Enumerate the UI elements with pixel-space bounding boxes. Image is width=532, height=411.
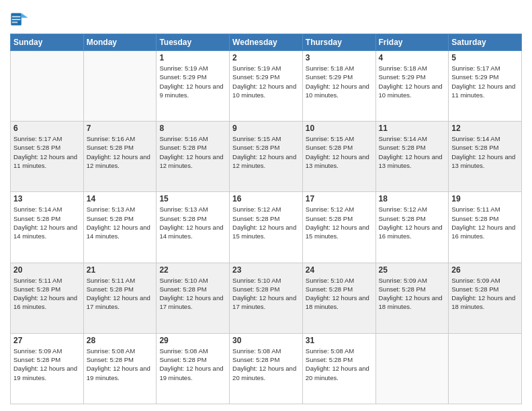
calendar-cell: 21Sunrise: 5:11 AM Sunset: 5:28 PM Dayli… bbox=[83, 263, 157, 333]
day-info: Sunrise: 5:13 AM Sunset: 5:28 PM Dayligh… bbox=[159, 205, 226, 240]
calendar-cell bbox=[11, 51, 84, 122]
day-info: Sunrise: 5:09 AM Sunset: 5:28 PM Dayligh… bbox=[13, 347, 81, 382]
day-info: Sunrise: 5:15 AM Sunset: 5:28 PM Dayligh… bbox=[306, 134, 373, 170]
calendar-cell: 6Sunrise: 5:17 AM Sunset: 5:28 PM Daylig… bbox=[11, 122, 84, 192]
calendar-cell: 28Sunrise: 5:08 AM Sunset: 5:28 PM Dayli… bbox=[83, 333, 157, 404]
calendar-cell bbox=[83, 51, 157, 122]
calendar-cell bbox=[375, 333, 449, 404]
day-info: Sunrise: 5:08 AM Sunset: 5:28 PM Dayligh… bbox=[232, 347, 300, 382]
day-number: 11 bbox=[379, 124, 446, 133]
day-info: Sunrise: 5:08 AM Sunset: 5:28 PM Dayligh… bbox=[87, 347, 154, 382]
svg-rect-4 bbox=[12, 21, 17, 23]
calendar-cell: 31Sunrise: 5:08 AM Sunset: 5:28 PM Dayli… bbox=[302, 333, 375, 404]
weekday-header: Tuesday bbox=[157, 34, 230, 51]
calendar-cell: 9Sunrise: 5:15 AM Sunset: 5:28 PM Daylig… bbox=[230, 122, 303, 192]
svg-marker-1 bbox=[21, 13, 28, 18]
weekday-header: Thursday bbox=[302, 34, 375, 51]
calendar-cell: 18Sunrise: 5:12 AM Sunset: 5:28 PM Dayli… bbox=[375, 192, 449, 263]
calendar-cell: 2Sunrise: 5:19 AM Sunset: 5:29 PM Daylig… bbox=[230, 51, 303, 122]
day-info: Sunrise: 5:12 AM Sunset: 5:28 PM Dayligh… bbox=[379, 205, 446, 240]
day-number: 23 bbox=[232, 265, 300, 275]
calendar-cell: 7Sunrise: 5:16 AM Sunset: 5:28 PM Daylig… bbox=[83, 122, 157, 192]
calendar-cell: 8Sunrise: 5:16 AM Sunset: 5:28 PM Daylig… bbox=[157, 122, 230, 192]
day-number: 31 bbox=[306, 336, 373, 345]
day-number: 25 bbox=[379, 265, 446, 275]
calendar-cell bbox=[449, 333, 522, 404]
day-number: 7 bbox=[87, 124, 154, 133]
day-info: Sunrise: 5:10 AM Sunset: 5:28 PM Dayligh… bbox=[306, 276, 373, 312]
day-info: Sunrise: 5:17 AM Sunset: 5:29 PM Dayligh… bbox=[451, 64, 519, 99]
calendar-cell: 5Sunrise: 5:17 AM Sunset: 5:29 PM Daylig… bbox=[449, 51, 522, 122]
logo-icon bbox=[10, 9, 29, 28]
day-info: Sunrise: 5:12 AM Sunset: 5:28 PM Dayligh… bbox=[232, 205, 300, 240]
day-number: 2 bbox=[232, 53, 300, 62]
day-info: Sunrise: 5:14 AM Sunset: 5:28 PM Dayligh… bbox=[451, 134, 519, 170]
calendar-cell: 29Sunrise: 5:08 AM Sunset: 5:28 PM Dayli… bbox=[157, 333, 230, 404]
day-info: Sunrise: 5:11 AM Sunset: 5:28 PM Dayligh… bbox=[87, 276, 154, 312]
day-info: Sunrise: 5:18 AM Sunset: 5:29 PM Dayligh… bbox=[379, 64, 446, 99]
day-info: Sunrise: 5:08 AM Sunset: 5:28 PM Dayligh… bbox=[159, 347, 226, 382]
day-info: Sunrise: 5:19 AM Sunset: 5:29 PM Dayligh… bbox=[232, 64, 300, 99]
weekday-header: Sunday bbox=[11, 34, 84, 51]
day-number: 4 bbox=[379, 53, 446, 62]
day-info: Sunrise: 5:10 AM Sunset: 5:28 PM Dayligh… bbox=[159, 276, 226, 312]
day-number: 13 bbox=[13, 194, 81, 203]
calendar-cell: 10Sunrise: 5:15 AM Sunset: 5:28 PM Dayli… bbox=[302, 122, 375, 192]
day-info: Sunrise: 5:11 AM Sunset: 5:28 PM Dayligh… bbox=[13, 276, 81, 312]
weekday-header: Saturday bbox=[449, 34, 522, 51]
day-number: 15 bbox=[159, 194, 226, 203]
day-info: Sunrise: 5:11 AM Sunset: 5:28 PM Dayligh… bbox=[451, 205, 519, 240]
day-info: Sunrise: 5:08 AM Sunset: 5:28 PM Dayligh… bbox=[306, 347, 373, 382]
calendar-cell: 25Sunrise: 5:09 AM Sunset: 5:28 PM Dayli… bbox=[375, 263, 449, 333]
day-info: Sunrise: 5:13 AM Sunset: 5:28 PM Dayligh… bbox=[87, 205, 154, 240]
day-number: 10 bbox=[306, 124, 373, 133]
calendar-cell: 11Sunrise: 5:14 AM Sunset: 5:28 PM Dayli… bbox=[375, 122, 449, 192]
day-number: 22 bbox=[159, 265, 226, 275]
day-info: Sunrise: 5:16 AM Sunset: 5:28 PM Dayligh… bbox=[87, 134, 154, 170]
day-info: Sunrise: 5:10 AM Sunset: 5:28 PM Dayligh… bbox=[232, 276, 300, 312]
calendar-cell: 23Sunrise: 5:10 AM Sunset: 5:28 PM Dayli… bbox=[230, 263, 303, 333]
logo bbox=[10, 9, 31, 28]
day-info: Sunrise: 5:19 AM Sunset: 5:29 PM Dayligh… bbox=[159, 64, 226, 99]
day-info: Sunrise: 5:18 AM Sunset: 5:29 PM Dayligh… bbox=[306, 64, 373, 99]
day-number: 9 bbox=[232, 124, 300, 133]
calendar-cell: 26Sunrise: 5:09 AM Sunset: 5:28 PM Dayli… bbox=[449, 263, 522, 333]
calendar-cell: 16Sunrise: 5:12 AM Sunset: 5:28 PM Dayli… bbox=[230, 192, 303, 263]
calendar-cell: 30Sunrise: 5:08 AM Sunset: 5:28 PM Dayli… bbox=[230, 333, 303, 404]
calendar-cell: 20Sunrise: 5:11 AM Sunset: 5:28 PM Dayli… bbox=[11, 263, 84, 333]
svg-rect-2 bbox=[12, 16, 21, 17]
day-number: 12 bbox=[451, 124, 519, 133]
calendar-cell: 14Sunrise: 5:13 AM Sunset: 5:28 PM Dayli… bbox=[83, 192, 157, 263]
day-info: Sunrise: 5:15 AM Sunset: 5:28 PM Dayligh… bbox=[232, 134, 300, 170]
day-number: 29 bbox=[159, 336, 226, 345]
calendar-page: SundayMondayTuesdayWednesdayThursdayFrid… bbox=[0, 0, 532, 411]
day-number: 14 bbox=[87, 194, 154, 203]
day-number: 30 bbox=[232, 336, 300, 345]
day-number: 17 bbox=[306, 194, 373, 203]
calendar-cell: 24Sunrise: 5:10 AM Sunset: 5:28 PM Dayli… bbox=[302, 263, 375, 333]
day-info: Sunrise: 5:17 AM Sunset: 5:28 PM Dayligh… bbox=[13, 134, 81, 170]
day-number: 18 bbox=[379, 194, 446, 203]
day-info: Sunrise: 5:14 AM Sunset: 5:28 PM Dayligh… bbox=[379, 134, 446, 170]
day-number: 27 bbox=[13, 336, 81, 345]
weekday-header: Wednesday bbox=[230, 34, 303, 51]
header bbox=[10, 7, 522, 28]
day-number: 6 bbox=[13, 124, 81, 133]
day-number: 24 bbox=[306, 265, 373, 275]
day-info: Sunrise: 5:12 AM Sunset: 5:28 PM Dayligh… bbox=[306, 205, 373, 240]
day-number: 26 bbox=[451, 265, 519, 275]
day-info: Sunrise: 5:16 AM Sunset: 5:28 PM Dayligh… bbox=[159, 134, 226, 170]
calendar-cell: 17Sunrise: 5:12 AM Sunset: 5:28 PM Dayli… bbox=[302, 192, 375, 263]
calendar-cell: 27Sunrise: 5:09 AM Sunset: 5:28 PM Dayli… bbox=[11, 333, 84, 404]
svg-rect-3 bbox=[12, 19, 21, 20]
calendar-cell: 13Sunrise: 5:14 AM Sunset: 5:28 PM Dayli… bbox=[11, 192, 84, 263]
calendar-cell: 22Sunrise: 5:10 AM Sunset: 5:28 PM Dayli… bbox=[157, 263, 230, 333]
calendar-cell: 12Sunrise: 5:14 AM Sunset: 5:28 PM Dayli… bbox=[449, 122, 522, 192]
day-number: 19 bbox=[451, 194, 519, 203]
day-number: 8 bbox=[159, 124, 226, 133]
day-number: 21 bbox=[87, 265, 154, 275]
day-number: 3 bbox=[306, 53, 373, 62]
weekday-header: Friday bbox=[375, 34, 449, 51]
calendar-table: SundayMondayTuesdayWednesdayThursdayFrid… bbox=[10, 34, 522, 404]
weekday-header: Monday bbox=[83, 34, 157, 51]
